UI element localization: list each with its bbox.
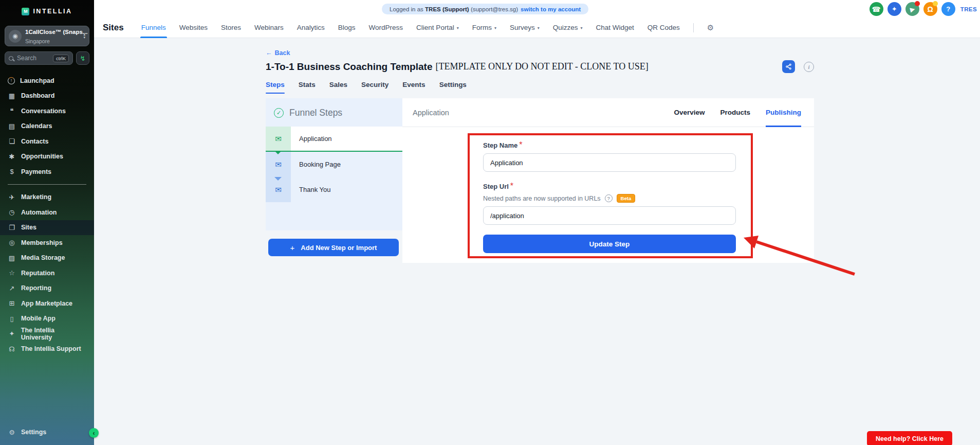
nav-tab-forms[interactable]: Forms▾ bbox=[472, 17, 496, 38]
nav-tab-blogs[interactable]: Blogs bbox=[338, 17, 356, 38]
sidebar-item-app-marketplace[interactable]: ⊞App Marketplace bbox=[0, 296, 94, 311]
funnel-step-thank-you[interactable]: ✉Thank You bbox=[266, 177, 402, 202]
sites-icon: ❐ bbox=[8, 224, 16, 232]
add-new-step-button[interactable]: + Add New Step or Import bbox=[268, 239, 399, 256]
gear-icon: ⚙ bbox=[8, 429, 16, 436]
sidebar-item-media-storage[interactable]: ▨Media Storage bbox=[0, 251, 94, 266]
funnel-step-booking-page[interactable]: ✉Booking Page bbox=[266, 152, 402, 177]
account-texts: 1CallClose™ (Snaps... Singapore bbox=[25, 27, 80, 45]
info-button[interactable]: i bbox=[804, 62, 814, 72]
share-button[interactable] bbox=[782, 60, 795, 73]
editor-tab-overview[interactable]: Overview bbox=[674, 98, 705, 127]
back-label: Back bbox=[275, 49, 290, 57]
tab-events[interactable]: Events bbox=[402, 81, 425, 94]
graduation-cap-icon: ✦ bbox=[8, 330, 16, 337]
nav-tab-quizzes[interactable]: Quizzes▾ bbox=[553, 17, 583, 38]
tab-steps[interactable]: Steps bbox=[266, 81, 285, 94]
nav-tab-label: Chat Widget bbox=[596, 24, 634, 31]
sidebar-item-conversations[interactable]: ❝Conversations bbox=[0, 103, 94, 119]
memberships-icon: ◎ bbox=[8, 239, 16, 246]
sidebar-item-marketing[interactable]: ✈Marketing bbox=[0, 190, 94, 205]
nav-tab-chat-widget[interactable]: Chat Widget bbox=[596, 17, 634, 38]
sidebar-item-reputation[interactable]: ☆Reputation bbox=[0, 265, 94, 281]
tab-security[interactable]: Security bbox=[361, 81, 389, 94]
sidebar-item-memberships[interactable]: ◎Memberships bbox=[0, 235, 94, 251]
nav-tab-websites[interactable]: Websites bbox=[179, 17, 208, 38]
sidebar-item-automation[interactable]: ◷Automation bbox=[0, 205, 94, 220]
calendars-icon: ▤ bbox=[8, 122, 16, 130]
phone-button[interactable]: ☎ bbox=[870, 2, 883, 16]
user-initials[interactable]: TRES bbox=[960, 6, 977, 12]
funnel-step-application[interactable]: ✉Application bbox=[266, 127, 402, 152]
switch-account-link[interactable]: switch to my account bbox=[521, 6, 581, 12]
sidebar-item-calendars[interactable]: ▤Calendars bbox=[0, 119, 94, 134]
envelope-icon: ✉ bbox=[275, 134, 282, 144]
bolt-icon: ↯ bbox=[80, 55, 86, 62]
content-inner: ← Back 1-To-1 Business Coaching Template… bbox=[266, 49, 814, 263]
back-link[interactable]: ← Back bbox=[266, 49, 290, 57]
sidebar-item-the-intellia-university[interactable]: ✦The Intellia University bbox=[0, 326, 94, 342]
sidebar-item-label: Automation bbox=[21, 209, 57, 216]
sidebar-collapse-button[interactable]: ‹ bbox=[89, 428, 99, 438]
step-name-input[interactable] bbox=[483, 153, 736, 172]
sidebar-item-settings[interactable]: ⚙ Settings bbox=[0, 425, 94, 440]
announcements-button[interactable]: ◀ bbox=[905, 2, 919, 16]
ai-assistant-button[interactable]: ✦ bbox=[887, 2, 901, 16]
tab-sales[interactable]: Sales bbox=[329, 81, 347, 94]
funnel-step-icon-cell: ✉ bbox=[266, 152, 291, 177]
payments-icon: $ bbox=[8, 168, 16, 175]
quick-actions-button[interactable]: ↯ bbox=[76, 51, 89, 65]
sidebar-item-opportunities[interactable]: ✱Opportunities bbox=[0, 149, 94, 165]
help-button[interactable]: ? bbox=[941, 2, 955, 16]
nav-tab-wordpress[interactable]: WordPress bbox=[369, 17, 403, 38]
editor-tab-publishing[interactable]: Publishing bbox=[766, 98, 801, 127]
sidebar-item-label: Memberships bbox=[21, 239, 63, 246]
bell-icon: Ω bbox=[928, 5, 933, 13]
notifications-button[interactable]: Ω bbox=[923, 2, 937, 16]
nav-tab-stores[interactable]: Stores bbox=[221, 17, 241, 38]
nav-tab-label: Surveys bbox=[510, 24, 535, 31]
step-url-input[interactable] bbox=[483, 206, 736, 225]
nav-tab-surveys[interactable]: Surveys▾ bbox=[510, 17, 540, 38]
update-step-button[interactable]: Update Step bbox=[483, 235, 736, 253]
sidebar-item-reporting[interactable]: ↗Reporting bbox=[0, 281, 94, 296]
sidebar-item-the-intellia-support[interactable]: ☊The Intellia Support bbox=[0, 342, 94, 357]
nav-tab-analytics[interactable]: Analytics bbox=[297, 17, 325, 38]
sidebar-item-contacts[interactable]: ❏Contacts bbox=[0, 134, 94, 149]
account-switcher[interactable]: ◉ 1CallClose™ (Snaps... Singapore ▴▾ bbox=[5, 26, 89, 46]
conversations-icon: ❝ bbox=[8, 107, 16, 115]
nav-tab-qr-codes[interactable]: QR Codes bbox=[648, 17, 680, 38]
funnel-steps-column: ✓ Funnel Steps ✉Application✉Booking Page… bbox=[266, 98, 402, 256]
account-location: Singapore bbox=[25, 38, 50, 44]
nav-settings-gear-icon[interactable]: ⚙ bbox=[707, 23, 714, 32]
step-editor-header: Application OverviewProductsPublishing bbox=[402, 98, 814, 127]
nav-tab-webinars[interactable]: Webinars bbox=[254, 17, 284, 38]
need-help-button[interactable]: Need help? Click Here bbox=[867, 431, 952, 445]
sidebar-item-mobile-app[interactable]: ▯Mobile App bbox=[0, 311, 94, 327]
add-step-label: Add New Step or Import bbox=[301, 244, 377, 252]
location-pin-icon: ◉ bbox=[9, 30, 22, 43]
sidebar-item-launchpad[interactable]: ↑Launchpad bbox=[0, 73, 94, 88]
tab-settings[interactable]: Settings bbox=[439, 81, 467, 94]
opportunities-icon: ✱ bbox=[8, 153, 16, 161]
search-placeholder: Search bbox=[17, 55, 49, 62]
step-editor-title: Application bbox=[413, 109, 449, 117]
help-circle-icon[interactable]: ? bbox=[605, 194, 613, 202]
search-input[interactable]: Search ctrlK bbox=[5, 51, 73, 65]
sidebar-item-dashboard[interactable]: ▦Dashboard bbox=[0, 88, 94, 104]
tab-stats[interactable]: Stats bbox=[299, 81, 316, 94]
login-user: TRES (Support) bbox=[425, 6, 469, 12]
step-editor-panel: Application OverviewProductsPublishing S… bbox=[402, 98, 814, 263]
url-helper-row: Nested paths are now supported in URLs ?… bbox=[483, 194, 814, 203]
page-title: 1-To-1 Business Coaching Template bbox=[266, 61, 432, 73]
automation-icon: ◷ bbox=[8, 208, 16, 216]
sidebar-item-sites[interactable]: ❐Sites bbox=[0, 220, 94, 236]
title-row: 1-To-1 Business Coaching Template [TEMPL… bbox=[266, 60, 814, 73]
chevron-down-icon: ▾ bbox=[494, 26, 496, 30]
notification-dot bbox=[915, 1, 920, 6]
sidebar-item-payments[interactable]: $Payments bbox=[0, 164, 94, 180]
nav-tab-funnels[interactable]: Funnels bbox=[141, 17, 166, 38]
editor-tab-products[interactable]: Products bbox=[720, 98, 750, 127]
funnel-steps-title: Funnel Steps bbox=[289, 108, 342, 118]
nav-tab-client-portal[interactable]: Client Portal▾ bbox=[416, 17, 459, 38]
